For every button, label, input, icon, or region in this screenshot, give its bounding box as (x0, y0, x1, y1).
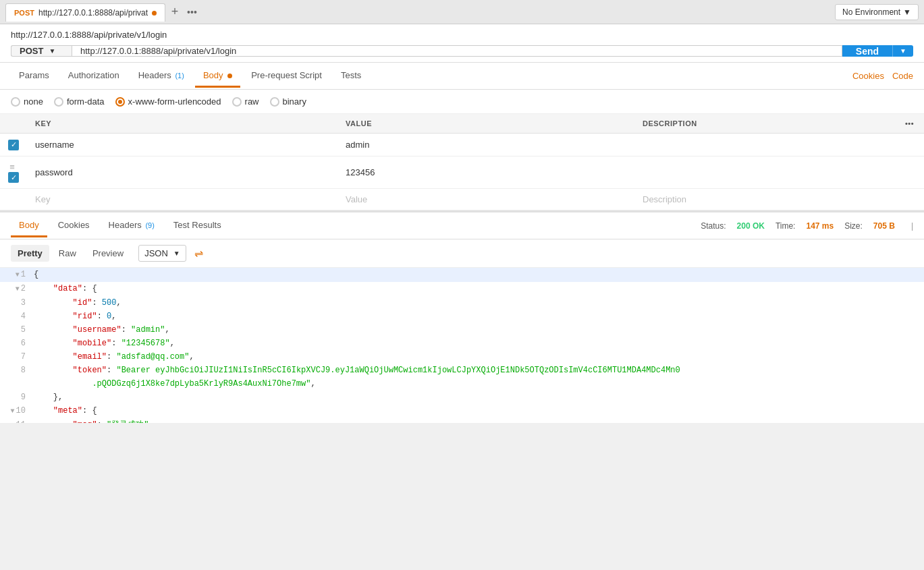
tab-url-short: http://127.0.0.1:8888/api/privat (38, 8, 148, 18)
resp-tab-body-label: Body (19, 220, 39, 230)
radio-urlencoded-label: x-www-form-urlencoded (128, 96, 221, 107)
radio-binary[interactable]: binary (270, 96, 306, 107)
method-arrow-icon: ▼ (49, 47, 55, 55)
url-input[interactable] (72, 45, 842, 57)
resp-tab-test-results[interactable]: Test Results (165, 215, 229, 237)
radio-circle-form-data (54, 97, 63, 107)
env-label: No Environment (842, 7, 900, 17)
resp-filter-icon[interactable]: ⇌ (194, 247, 203, 260)
tab-headers[interactable]: Headers (1) (130, 65, 192, 88)
code-link[interactable]: Code (892, 71, 913, 81)
col-more-header: ••• (897, 114, 924, 134)
line-number: 9 (0, 391, 34, 404)
body-type-row: none form-data x-www-form-urlencoded raw… (0, 90, 924, 114)
method-select[interactable]: POST ▼ (11, 45, 72, 57)
params-table: KEY VALUE DESCRIPTION ••• username admin… (0, 114, 924, 210)
empty-value-cell[interactable]: Value (337, 189, 634, 210)
line-content: "email": "adsfad@qq.com", (34, 350, 194, 364)
row1-checkbox[interactable] (8, 140, 19, 150)
new-tab-button[interactable]: + (165, 3, 184, 22)
radio-raw-label: raw (245, 96, 259, 107)
env-arrow-icon: ▼ (903, 7, 911, 17)
row1-check-cell (0, 134, 27, 156)
value-placeholder: Value (346, 194, 367, 204)
line-number: 7 (0, 350, 34, 364)
row1-key-cell[interactable]: username (27, 134, 337, 156)
radio-raw[interactable]: raw (232, 96, 259, 107)
empty-key-cell[interactable]: Key (27, 189, 337, 210)
send-arrow-icon[interactable]: ▼ (892, 45, 913, 57)
radio-circle-raw (232, 97, 242, 107)
line-content: "username": "admin", (34, 323, 170, 337)
line-number: 4 (0, 310, 34, 323)
resp-tab-headers[interactable]: Headers (9) (101, 215, 163, 237)
response-section: Body Cookies Headers (9) Test Results St… (0, 210, 924, 423)
tab-headers-badge: (1) (175, 72, 184, 80)
radio-form-data-label: form-data (67, 96, 105, 107)
tab-more-button[interactable]: ••• (187, 7, 197, 18)
desc-placeholder: Description (643, 194, 686, 204)
tab-body-label: Body (203, 70, 223, 80)
col-check-header (0, 114, 27, 134)
resp-tab-cookies[interactable]: Cookies (50, 215, 98, 237)
send-label: Send (842, 45, 892, 57)
row2-key-cell[interactable]: password (27, 156, 337, 189)
tab-prerequest-label: Pre-request Script (251, 70, 322, 80)
breadcrumb: http://127.0.0.1:8888/api/private/v1/log… (11, 30, 913, 40)
col-desc-header: DESCRIPTION (634, 114, 897, 134)
tab-params[interactable]: Params (11, 65, 57, 88)
method-label: POST (20, 46, 43, 56)
tab-body[interactable]: Body (195, 65, 240, 88)
radio-circle-binary (270, 97, 279, 107)
time-label: Time: (776, 221, 796, 231)
radio-urlencoded[interactable]: x-www-form-urlencoded (115, 96, 221, 107)
radio-form-data[interactable]: form-data (54, 96, 105, 107)
code-line: 3 "id": 500, (0, 296, 924, 310)
line-content: "meta": { (34, 404, 97, 418)
resp-format-select[interactable]: JSON ▼ (138, 245, 186, 262)
radio-none-label: none (24, 96, 43, 107)
resp-format-label: JSON (144, 248, 168, 258)
resp-tab-body[interactable]: Body (11, 215, 47, 237)
row2-checkbox[interactable] (8, 172, 19, 183)
line-number: 3 (0, 296, 34, 310)
row1-desc-cell[interactable] (634, 134, 897, 156)
table-row: username admin (0, 134, 924, 156)
radio-none[interactable]: none (11, 96, 43, 107)
save-icon[interactable]: | (911, 221, 913, 231)
code-line: ▼2 "data": { (0, 282, 924, 296)
environment-select[interactable]: No Environment ▼ (835, 4, 919, 20)
request-tab[interactable]: POST http://127.0.0.1:8888/api/privat (5, 3, 165, 22)
resp-view-raw[interactable]: Raw (52, 245, 83, 262)
code-line: 4 "rid": 0, (0, 310, 924, 323)
row1-value-cell[interactable]: admin (337, 134, 634, 156)
tab-pre-request-script[interactable]: Pre-request Script (243, 65, 330, 88)
resp-view-preview[interactable]: Preview (86, 245, 130, 262)
line-number: 11 (0, 418, 34, 423)
tab-tests[interactable]: Tests (333, 65, 369, 88)
cookies-link[interactable]: Cookies (852, 71, 884, 81)
line-content: .pQODGzq6j1X8ke7dpLyba5KrlyR9As4AuxNi7Oh… (34, 377, 316, 391)
resp-body-toolbar: Pretty Raw Preview JSON ▼ ⇌ (0, 239, 924, 268)
send-button[interactable]: Send ▼ (842, 45, 913, 57)
col-key-header: KEY (27, 114, 337, 134)
table-row: ≡ password 123456 (0, 156, 924, 189)
tab-tests-label: Tests (341, 70, 361, 80)
tab-authorization-label: Authorization (68, 70, 119, 80)
col-value-header: VALUE (337, 114, 634, 134)
key-placeholder: Key (35, 194, 50, 204)
empty-check-cell (0, 189, 27, 210)
empty-desc-cell[interactable]: Description (634, 189, 897, 210)
code-line: 7 "email": "adsfad@qq.com", (0, 350, 924, 364)
tab-authorization[interactable]: Authorization (60, 65, 128, 88)
table-row-empty: Key Value Description (0, 189, 924, 210)
drag-handle-icon[interactable]: ≡ (9, 162, 15, 172)
row2-desc-cell[interactable] (634, 156, 897, 189)
row1-more-cell (897, 134, 924, 156)
code-line: 9 }, (0, 391, 924, 404)
tab-modified-dot (152, 11, 157, 16)
row2-value-cell[interactable]: 123456 (337, 156, 634, 189)
resp-view-pretty[interactable]: Pretty (11, 245, 49, 262)
resp-format-arrow-icon: ▼ (173, 250, 180, 257)
code-line: ▼10 "meta": { (0, 404, 924, 418)
